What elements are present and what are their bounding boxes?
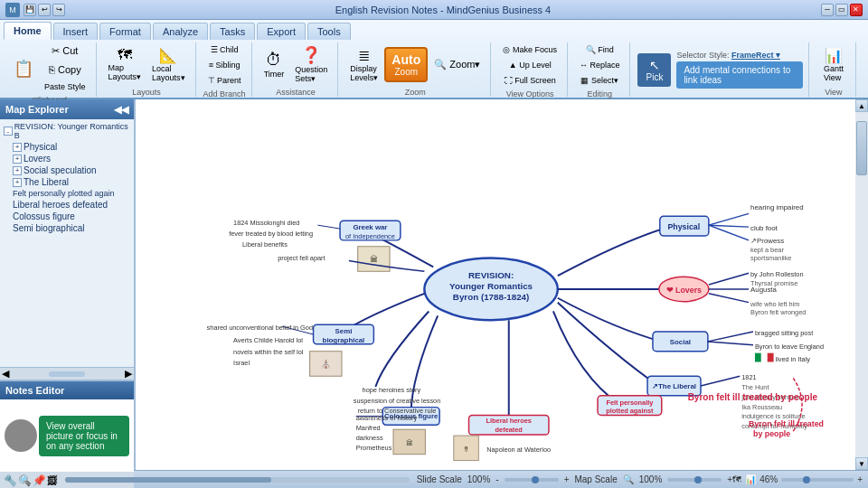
pick-btn[interactable]: ↖ Pick [637,53,671,87]
cut-btn[interactable]: ✂ Cut [40,42,90,60]
tree-expander-lovers[interactable]: + [13,155,22,164]
assistance-group: ⏱ Timer ❓ QuestionSets▾ Assistance [254,42,339,97]
local-layouts-btn[interactable]: 📐 LocalLayouts▾ [147,44,190,85]
copy-btn[interactable]: ⎘ Copy [40,61,90,78]
map-scale-slider[interactable] [667,478,722,482]
slide-scale-minus[interactable]: - [495,474,498,484]
scroll-thumb[interactable] [856,121,867,175]
scroll-up-btn[interactable]: ▲ [855,99,868,112]
full-screen-btn[interactable]: ⛶ Full Screen [498,73,561,88]
tree-item-social[interactable]: + Social speculation [2,164,132,176]
replace-btn[interactable]: ↔ Replace [575,58,625,72]
tab-insert[interactable]: Insert [53,23,99,40]
tree-item-liberal-heroes[interactable]: Liberal heroes defeated [2,199,132,211]
up-level-btn[interactable]: ▲ Up Level [498,58,561,72]
tb-redo[interactable]: ↪ [52,4,65,16]
tb-undo[interactable]: ↩ [38,4,51,16]
tree-item-colossus[interactable]: Colossus figure [2,211,132,222]
editing-label: Editing [587,89,612,99]
tree-expander-liberal[interactable]: + [13,178,22,187]
vertical-scrollbar[interactable]: ▲ ▼ [855,99,868,470]
svg-text:by people: by people [753,429,790,438]
svg-text:of Independence: of Independence [345,232,395,240]
zoom-btn[interactable]: 🔍 Zoom▾ [429,56,485,73]
select-btn[interactable]: ▦ Select▾ [575,73,625,88]
tab-home[interactable]: Home [4,22,52,40]
tree-item-felt[interactable]: Felt personally plotted again [2,188,132,199]
svg-text:Byron (1788-1824): Byron (1788-1824) [453,292,530,302]
restore-btn[interactable]: ▭ [835,4,848,16]
gantt-group: 📊 GanttView View [811,42,856,97]
tab-export[interactable]: Export [257,23,306,40]
map-scale-icon: 🔍 [623,474,634,484]
tree-item-liberal[interactable]: + The Liberal [2,176,132,188]
paste-style-btn[interactable]: Paste Style [40,80,90,94]
svg-text:bragged sitting post: bragged sitting post [755,329,813,337]
tab-tasks[interactable]: Tasks [210,23,255,40]
status-right: 🗺 📊 46% + [732,474,863,484]
status-icon-1[interactable]: 🗺 [732,474,741,484]
svg-text:Augusta: Augusta [750,286,777,294]
close-btn[interactable]: ✕ [850,4,863,16]
status-tool-4[interactable]: 🖼 [49,474,58,484]
map-canvas[interactable]: REVISION: Younger Romantics Byron (1788-… [136,99,855,470]
map-layouts-btn[interactable]: 🗺 MapLayouts▾ [104,44,146,84]
ribbon-tabs: Home Insert Format Analyze Tasks Export … [0,20,868,40]
slide-scale-slider[interactable] [505,478,559,482]
svg-text:suspension of creative lesson: suspension of creative lesson [354,397,441,405]
make-focus-btn[interactable]: ◎ Make Focus [498,42,561,57]
svg-text:wife who left him: wife who left him [750,300,799,308]
window-title: English Revision Notes - MindGenius Busi… [335,5,551,15]
svg-text:Felt personally: Felt personally [606,399,654,407]
zoom-slider[interactable] [781,478,854,482]
tree-item-semi[interactable]: Semi biographical [2,222,132,234]
svg-text:🏛: 🏛 [370,255,378,264]
layouts-label: Layouts [132,88,161,97]
status-icon-2[interactable]: 📊 [745,474,756,484]
question-sets-btn[interactable]: ❓ QuestionSets▾ [290,42,332,86]
editing-group: 🔍 Find ↔ Replace ▦ Select▾ Editing [570,42,631,97]
sidebar-hscroll[interactable]: ◀ ▶ [0,367,134,380]
status-tool-3[interactable]: 📌 [34,474,45,484]
zoom-plus[interactable]: + [857,474,863,484]
svg-text:Manfred: Manfred [356,424,381,432]
sidebar-header: Map Explorer ◀◀ [0,99,134,119]
svg-text:lived in Italy: lived in Italy [776,355,811,363]
sibling-btn[interactable]: ≡ Sibling [203,58,246,72]
scroll-left-btn[interactable]: ◀ [2,368,9,380]
tree-item-physical[interactable]: + Physical [2,141,132,153]
sidebar-collapse-btn[interactable]: ◀◀ [114,104,128,116]
tree-expander-root[interactable]: - [4,127,13,136]
tab-analyze[interactable]: Analyze [153,23,208,40]
timer-btn[interactable]: ⏱ Timer [259,48,289,81]
status-tool-2[interactable]: 🔍 [20,474,31,484]
parent-btn[interactable]: ⊤ Parent [203,73,246,88]
paste-btn[interactable]: 📋 [9,56,38,81]
status-tool-1[interactable]: 🔧 [5,474,16,484]
slide-scale-plus[interactable]: + [564,474,570,484]
scroll-right-btn[interactable]: ▶ [125,368,132,380]
svg-text:awareness of history: awareness of history [356,414,418,422]
h-scrollbar-track[interactable] [65,477,410,483]
tree-root[interactable]: - REVISION: Younger Romantics B [2,121,132,141]
hscroll-thumb [49,371,85,377]
svg-text:Byron felt ill treated: Byron felt ill treated [749,419,824,428]
tree-expander-social[interactable]: + [13,166,22,175]
svg-text:darkness: darkness [356,434,383,442]
child-btn[interactable]: ☰ Child [203,42,246,57]
tree-item-lovers[interactable]: + Lovers [2,153,132,164]
tab-tools[interactable]: Tools [307,23,351,40]
gantt-view-btn[interactable]: 📊 GanttView [819,44,848,85]
svg-text:Napoleon at Waterloo: Napoleon at Waterloo [486,446,551,454]
view-options-label: View Options [506,89,554,99]
selector-style-value[interactable]: FrameRect ▾ [731,51,780,60]
tab-format[interactable]: Format [99,23,151,40]
display-levels-btn[interactable]: ≣ DisplayLevels▾ [345,44,382,85]
tree-expander-physical[interactable]: + [13,143,22,152]
title-bar: M 💾 ↩ ↪ English Revision Notes - MindGen… [0,0,868,20]
auto-zoom-btn[interactable]: Auto Zoom [384,47,428,82]
minimize-btn[interactable]: ─ [821,4,834,16]
tb-save[interactable]: 💾 [24,4,36,16]
scroll-down-btn[interactable]: ▼ [855,457,868,470]
find-btn[interactable]: 🔍 Find [575,42,625,57]
